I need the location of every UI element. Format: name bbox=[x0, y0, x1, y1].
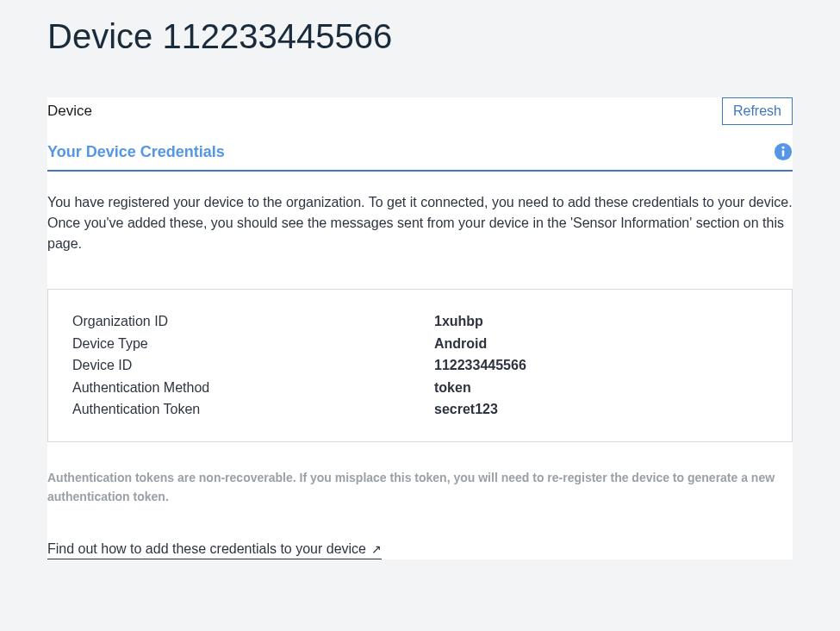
credential-value: 1xuhbp bbox=[434, 310, 483, 333]
svg-point-2 bbox=[782, 147, 785, 149]
refresh-button[interactable]: Refresh bbox=[722, 97, 793, 125]
intro-text: You have registered your device to the o… bbox=[47, 192, 793, 254]
credential-label: Authentication Method bbox=[72, 377, 434, 399]
credential-label: Device Type bbox=[72, 333, 434, 355]
subheader-label: Device bbox=[47, 103, 92, 120]
credential-row-auth-method: Authentication Method token bbox=[72, 377, 768, 399]
page-body: Device Refresh Your Device Credentials Y… bbox=[47, 97, 793, 559]
credential-label: Authentication Token bbox=[72, 398, 434, 421]
subheader-row: Device Refresh bbox=[47, 97, 793, 125]
external-link-icon: ↗ bbox=[371, 542, 382, 556]
credential-label: Organization ID bbox=[72, 310, 434, 333]
credential-row-auth-token: Authentication Token secret123 bbox=[72, 398, 768, 421]
page-title: Device 112233445566 bbox=[47, 17, 793, 56]
credentials-box: Organization ID 1xuhbp Device Type Andro… bbox=[47, 289, 793, 442]
section-header: Your Device Credentials bbox=[47, 142, 793, 172]
credential-value: secret123 bbox=[434, 398, 498, 421]
credential-value: Android bbox=[434, 333, 487, 355]
credential-value: 112233445566 bbox=[434, 354, 526, 377]
info-icon[interactable] bbox=[774, 142, 793, 161]
credential-value: token bbox=[434, 377, 471, 399]
credential-row-org: Organization ID 1xuhbp bbox=[72, 310, 768, 333]
svg-rect-1 bbox=[782, 150, 785, 156]
add-credentials-link[interactable]: Find out how to add these credentials to… bbox=[47, 541, 382, 559]
link-text: Find out how to add these credentials to… bbox=[47, 541, 366, 557]
section-title: Your Device Credentials bbox=[47, 143, 225, 161]
credential-row-type: Device Type Android bbox=[72, 333, 768, 355]
credential-label: Device ID bbox=[72, 354, 434, 377]
credential-row-id: Device ID 112233445566 bbox=[72, 354, 768, 377]
token-warning-text: Authentication tokens are non-recoverabl… bbox=[47, 468, 793, 507]
